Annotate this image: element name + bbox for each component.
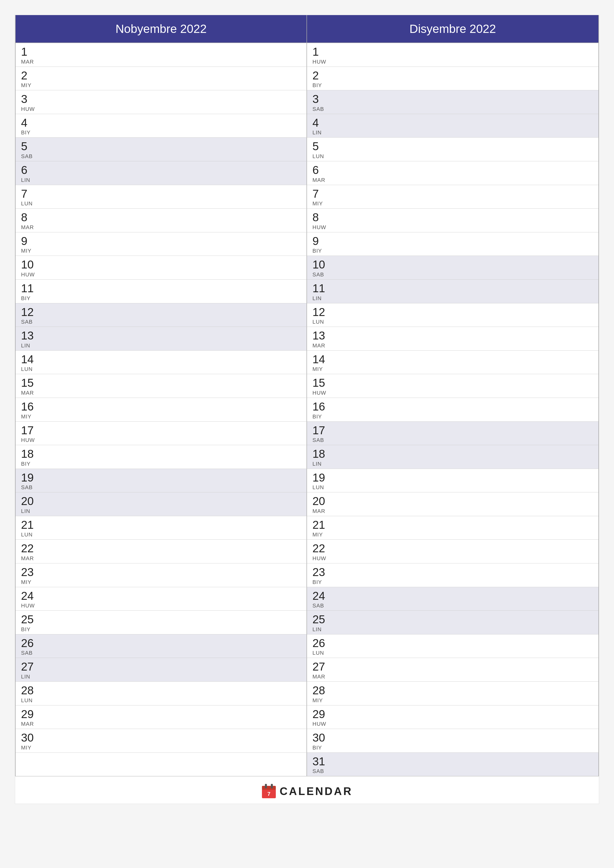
day-name: BIY — [312, 579, 593, 586]
day-cell: 11BIY — [16, 280, 307, 303]
day-name: LIN — [312, 129, 593, 136]
day-number: 26 — [21, 637, 301, 649]
svg-text:7: 7 — [267, 791, 270, 797]
day-number: 16 — [21, 400, 301, 413]
day-name: SAB — [21, 319, 301, 325]
svg-rect-2 — [265, 784, 267, 788]
day-number: 21 — [21, 519, 301, 531]
day-cell: 26SAB — [16, 634, 307, 658]
day-cell: 10SAB — [307, 256, 598, 280]
day-number: 28 — [21, 684, 301, 697]
day-name: LUN — [312, 153, 593, 160]
day-name: HUW — [312, 555, 593, 562]
day-name: BIY — [21, 129, 301, 136]
day-cell: 8MAR — [16, 209, 307, 232]
day-name: MIY — [21, 414, 301, 420]
day-cell: 16BIY — [307, 398, 598, 422]
day-number: 7 — [312, 188, 593, 200]
day-name: MIY — [21, 82, 301, 88]
day-number: 8 — [312, 211, 593, 224]
day-number: 28 — [312, 684, 593, 697]
day-number: 19 — [312, 471, 593, 484]
day-cell: 14LUN — [16, 350, 307, 374]
day-cell: 19SAB — [16, 469, 307, 493]
day-cell: 19LUN — [307, 469, 598, 493]
day-name: SAB — [312, 271, 593, 278]
day-name: BIY — [21, 295, 301, 302]
day-name: HUW — [21, 271, 301, 278]
day-cell: 21LUN — [16, 516, 307, 540]
november-header: Nobyembre 2022 — [16, 15, 307, 43]
day-name: HUW — [312, 721, 593, 727]
day-number: 15 — [21, 377, 301, 389]
day-name: BIY — [21, 626, 301, 633]
day-name: HUW — [312, 224, 593, 231]
day-cell: 22HUW — [307, 539, 598, 563]
day-cell: 24SAB — [307, 587, 598, 611]
day-number: 4 — [21, 116, 301, 129]
day-name: LIN — [21, 177, 301, 183]
footer: 7 CALENDAR — [15, 776, 599, 804]
day-number: 25 — [312, 613, 593, 626]
day-number: 19 — [21, 471, 301, 484]
day-name: BIY — [312, 248, 593, 254]
day-cell: 30BIY — [307, 729, 598, 753]
day-name: MIY — [312, 697, 593, 704]
day-cell: 1MAR — [16, 43, 307, 67]
day-name: LUN — [21, 200, 301, 207]
day-name: MAR — [312, 343, 593, 349]
day-name: LUN — [21, 366, 301, 372]
calendar-page: Nobyembre 2022Disyembre 20221MAR1HUW2MIY… — [15, 15, 599, 804]
day-name: SAB — [312, 603, 593, 609]
day-number: 2 — [312, 69, 593, 82]
day-number: 17 — [312, 424, 593, 437]
day-number: 8 — [21, 211, 301, 224]
day-cell: 2BIY — [307, 67, 598, 91]
day-name: MAR — [21, 721, 301, 727]
day-number: 2 — [21, 69, 301, 82]
day-cell: 7MIY — [307, 185, 598, 209]
day-number: 6 — [21, 164, 301, 177]
day-cell: 30MIY — [16, 729, 307, 753]
day-name: MIY — [312, 532, 593, 538]
day-number: 30 — [312, 732, 593, 744]
day-number: 9 — [21, 235, 301, 248]
day-name: SAB — [312, 106, 593, 112]
day-number: 24 — [312, 590, 593, 602]
day-cell: 29HUW — [307, 705, 598, 729]
svg-rect-3 — [271, 784, 273, 788]
day-cell: 2MIY — [16, 67, 307, 91]
day-name: MAR — [312, 508, 593, 515]
day-cell: 8HUW — [307, 209, 598, 232]
day-cell: 6MAR — [307, 161, 598, 185]
calendar-grid: Nobyembre 2022Disyembre 20221MAR1HUW2MIY… — [15, 15, 599, 776]
day-number: 27 — [312, 660, 593, 673]
day-cell: 18BIY — [16, 445, 307, 469]
day-name: SAB — [21, 484, 301, 491]
day-cell: 17SAB — [307, 422, 598, 445]
day-name: MIY — [21, 744, 301, 751]
day-number: 1 — [21, 45, 301, 58]
day-number: 7 — [21, 188, 301, 200]
day-number: 25 — [21, 613, 301, 626]
day-name: LIN — [312, 626, 593, 633]
day-number: 22 — [312, 542, 593, 555]
day-name: LUN — [21, 697, 301, 704]
day-name: SAB — [312, 768, 593, 775]
day-number: 22 — [21, 542, 301, 555]
day-number: 11 — [312, 282, 593, 295]
day-number: 26 — [312, 637, 593, 649]
day-number: 5 — [21, 140, 301, 153]
day-cell: 6LIN — [16, 161, 307, 185]
day-number: 6 — [312, 164, 593, 177]
day-number: 20 — [312, 495, 593, 507]
day-number: 16 — [312, 400, 593, 413]
day-number: 5 — [312, 140, 593, 153]
day-number: 18 — [312, 448, 593, 460]
calendar-icon: 7 — [261, 784, 276, 799]
day-number: 27 — [21, 660, 301, 673]
day-cell: 28LUN — [16, 682, 307, 705]
day-name: HUW — [312, 390, 593, 396]
day-name: SAB — [21, 153, 301, 160]
day-cell: 13LIN — [16, 327, 307, 350]
